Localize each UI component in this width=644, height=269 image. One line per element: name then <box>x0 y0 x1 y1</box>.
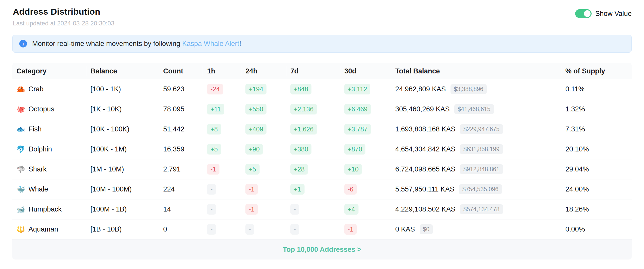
balance-range-cell: [1M - 10M) <box>86 165 159 173</box>
balance-range: [100M - 1B) <box>90 205 127 213</box>
change-30d-badge: +3,112 <box>344 84 370 94</box>
toggle-knob <box>584 10 591 17</box>
change-24h-cell: - <box>241 224 286 235</box>
total-balance-cell: 1,693,808,168 KAS $229,947,675 <box>391 124 561 134</box>
supply-percent-cell: 18.26% <box>561 205 632 213</box>
total-balance-kas: 305,460,269 KAS <box>395 105 450 113</box>
total-balance-cell: 4,229,108,502 KAS $574,134,478 <box>391 204 561 215</box>
change-1h-badge: - <box>207 204 216 215</box>
change-24h-cell: +90 <box>241 144 286 155</box>
change-24h-badge: +90 <box>245 144 263 155</box>
change-7d-badge: +1 <box>290 184 305 195</box>
banner-text: Monitor real-time whale movements by fol… <box>32 40 241 48</box>
change-30d-badge: -6 <box>344 184 357 195</box>
supply-percent: 20.10% <box>565 145 589 153</box>
count-cell: 0 <box>159 225 203 233</box>
change-24h-cell: +550 <box>241 104 286 114</box>
category-emoji: 🐙 <box>16 105 25 113</box>
column-header-30d: 30d <box>340 66 391 76</box>
change-30d-badge: +3,787 <box>344 124 371 134</box>
count-cell: 2,791 <box>159 165 203 173</box>
total-balance-cell: 4,654,304,842 KAS $631,858,199 <box>391 144 561 155</box>
change-30d-cell: +3,787 <box>340 124 391 134</box>
change-1h-badge: -1 <box>207 164 219 175</box>
change-30d-badge: -1 <box>344 224 357 235</box>
change-7d-badge: +380 <box>290 144 311 155</box>
category-cell: 🐳 Whale <box>12 185 86 194</box>
top-addresses-link[interactable]: Top 10,000 Addresses > <box>283 246 361 254</box>
total-balance-usd-badge: $754,535,096 <box>459 184 502 195</box>
total-balance-cell: 0 KAS $0 <box>391 224 561 235</box>
change-24h-badge: +550 <box>245 104 266 114</box>
count-cell: 14 <box>159 205 203 213</box>
last-updated-text: Last updated at 2024-03-28 20:30:03 <box>13 20 114 27</box>
change-7d-cell: - <box>286 224 340 235</box>
balance-range-cell: [10K - 100K) <box>86 125 159 133</box>
category-cell: 🐙 Octopus <box>12 105 86 113</box>
total-balance-kas: 0 KAS <box>395 225 415 233</box>
balance-range-cell: [100 - 1K) <box>86 85 159 93</box>
column-header-total-balance: Total Balance <box>391 66 561 76</box>
supply-percent: 29.04% <box>565 165 589 173</box>
supply-percent-cell: 20.10% <box>561 145 632 153</box>
category-emoji: 🦈 <box>16 165 25 174</box>
table-header: Category Balance Count 1h 24h 7d 30d Tot… <box>12 63 632 79</box>
supply-percent: 18.26% <box>565 205 589 213</box>
category-label: Octopus <box>29 105 54 113</box>
change-1h-badge: - <box>207 224 216 235</box>
change-24h-cell: -1 <box>241 184 286 195</box>
change-30d-badge: +870 <box>344 144 365 155</box>
total-balance-usd-badge: $3,388,896 <box>450 84 487 94</box>
balance-range-cell: [1K - 10K) <box>86 105 159 113</box>
table-row: 🦀 Crab [100 - 1K) 59,623 -24 +194 +848 +… <box>12 79 632 99</box>
info-icon: i <box>19 40 27 47</box>
change-24h-badge: - <box>245 224 254 235</box>
category-cell: 🔱 Aquaman <box>12 225 86 234</box>
balance-range: [1B - 10B) <box>90 225 122 233</box>
change-30d-cell: -1 <box>340 224 391 235</box>
total-balance-kas: 5,557,950,111 KAS <box>395 185 454 193</box>
change-24h-cell: -1 <box>241 204 286 215</box>
change-7d-cell: +2,136 <box>286 104 340 114</box>
category-cell: 🦀 Crab <box>12 85 86 93</box>
supply-percent-cell: 1.32% <box>561 105 632 113</box>
category-label: Whale <box>29 185 48 193</box>
category-cell: 🐟 Fish <box>12 125 86 133</box>
column-header-category: Category <box>12 66 86 76</box>
total-balance-kas: 4,229,108,502 KAS <box>395 205 455 213</box>
change-24h-badge: +409 <box>245 124 266 134</box>
change-1h-badge: - <box>207 184 216 195</box>
change-7d-cell: +28 <box>286 164 340 175</box>
supply-percent: 7.31% <box>565 125 585 133</box>
change-7d-badge: +2,136 <box>290 104 317 114</box>
change-30d-cell: -6 <box>340 184 391 195</box>
change-1h-cell: -1 <box>203 164 241 175</box>
count-value: 14 <box>163 205 171 213</box>
column-header-24h: 24h <box>241 66 286 76</box>
balance-range-cell: [10M - 100M) <box>86 185 159 193</box>
change-30d-cell: +4 <box>340 204 391 215</box>
total-balance-usd-badge: $912,848,861 <box>460 164 503 175</box>
change-1h-cell: -24 <box>203 84 241 94</box>
show-value-toggle[interactable] <box>575 9 592 18</box>
change-1h-badge: -24 <box>207 84 223 94</box>
category-label: Shark <box>29 165 47 173</box>
count-value: 0 <box>163 225 167 233</box>
whale-alert-link[interactable]: Kaspa Whale Alert <box>182 40 239 47</box>
table-row: 🐳 Whale [10M - 100M) 224 - -1 +1 -6 5,55… <box>12 179 632 199</box>
category-emoji: 🐳 <box>16 185 25 194</box>
total-balance-kas: 24,962,809 KAS <box>395 85 446 93</box>
change-7d-badge: - <box>290 204 299 215</box>
table-row: 🐟 Fish [10K - 100K) 51,442 +8 +409 +1,62… <box>12 119 632 139</box>
category-emoji: 🐟 <box>16 125 25 133</box>
change-1h-cell: +11 <box>203 104 241 114</box>
supply-percent: 0.11% <box>565 85 585 93</box>
count-value: 59,623 <box>163 85 185 93</box>
column-header-count: Count <box>159 66 203 76</box>
change-24h-badge: -1 <box>245 184 258 195</box>
total-balance-cell: 24,962,809 KAS $3,388,896 <box>391 84 561 94</box>
change-1h-cell: - <box>203 224 241 235</box>
balance-range: [1M - 10M) <box>90 165 124 173</box>
total-balance-kas: 1,693,808,168 KAS <box>395 125 455 133</box>
total-balance-kas: 6,724,098,665 KAS <box>395 165 455 173</box>
